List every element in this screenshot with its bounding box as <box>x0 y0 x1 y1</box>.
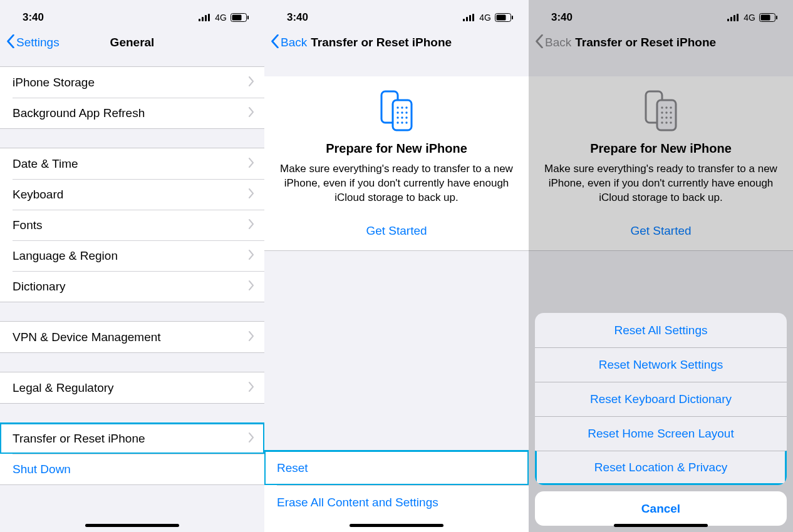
svg-rect-5 <box>232 15 242 21</box>
row-keyboard[interactable]: Keyboard <box>0 179 264 210</box>
nav-bar: Settings General <box>0 28 264 58</box>
sheet-label: Reset Keyboard Dictionary <box>590 392 732 406</box>
svg-rect-7 <box>463 19 465 21</box>
back-label: Back <box>281 36 307 49</box>
prepare-card: Prepare for New iPhone Make sure everyth… <box>264 76 529 251</box>
home-indicator[interactable] <box>85 524 179 527</box>
row-label: Date & Time <box>13 157 78 171</box>
status-time: 3:40 <box>23 11 44 24</box>
row-language-region[interactable]: Language & Region <box>0 240 264 271</box>
row-erase-all[interactable]: Erase All Content and Settings <box>264 485 529 519</box>
screen-transfer-reset: 3:40 4G Back Transfer or Reset iPhone <box>264 0 529 532</box>
row-label: Language & Region <box>13 249 118 263</box>
row-iphone-storage[interactable]: iPhone Storage <box>0 67 264 98</box>
back-label: Settings <box>16 36 60 49</box>
chevron-right-icon <box>249 218 254 232</box>
list-section-general: Date & Time Keyboard Fonts Language & Re… <box>0 148 264 302</box>
svg-rect-15 <box>393 100 412 130</box>
svg-point-21 <box>405 111 407 113</box>
row-dictionary[interactable]: Dictionary <box>0 271 264 302</box>
battery-icon <box>231 13 249 22</box>
svg-point-17 <box>401 106 403 108</box>
cellular-signal-icon <box>463 14 475 21</box>
nav-title: General <box>110 36 155 49</box>
row-vpn-device-management[interactable]: VPN & Device Management <box>0 322 264 352</box>
chevron-right-icon <box>249 330 254 344</box>
back-button[interactable]: Settings <box>6 34 60 51</box>
svg-point-19 <box>397 111 398 113</box>
status-bar: 3:40 4G <box>0 0 264 28</box>
svg-point-16 <box>397 106 398 108</box>
row-background-app-refresh[interactable]: Background App Refresh <box>0 98 264 128</box>
chevron-right-icon <box>249 432 254 446</box>
svg-point-24 <box>405 116 407 118</box>
nav-bar: Back Transfer or Reset iPhone <box>264 28 529 58</box>
svg-point-20 <box>401 111 403 113</box>
status-right: 4G <box>199 13 249 23</box>
home-indicator[interactable] <box>350 524 443 527</box>
list-section-storage: iPhone Storage Background App Refresh <box>0 66 264 129</box>
chevron-right-icon <box>249 381 254 395</box>
sheet-cancel-button[interactable]: Cancel <box>535 491 787 526</box>
row-fonts[interactable]: Fonts <box>0 210 264 240</box>
svg-point-23 <box>401 116 403 118</box>
sheet-reset-network-settings[interactable]: Reset Network Settings <box>535 347 787 382</box>
row-date-time[interactable]: Date & Time <box>0 148 264 179</box>
action-sheet: Reset All Settings Reset Network Setting… <box>535 313 787 526</box>
row-label: iPhone Storage <box>13 76 95 90</box>
svg-rect-12 <box>497 15 506 21</box>
sheet-reset-home-screen-layout[interactable]: Reset Home Screen Layout <box>535 416 787 451</box>
back-button[interactable]: Back <box>271 34 307 51</box>
prepare-phones-icon <box>279 89 514 133</box>
svg-point-27 <box>405 121 407 123</box>
svg-rect-6 <box>247 16 249 19</box>
chevron-right-icon <box>249 188 254 202</box>
row-label: Shut Down <box>13 463 71 476</box>
chevron-left-icon <box>6 34 15 51</box>
status-bar: 3:40 4G <box>264 0 529 28</box>
row-label: Background App Refresh <box>13 106 145 120</box>
bottom-actions: Reset Erase All Content and Settings <box>264 450 529 532</box>
sheet-reset-location-privacy[interactable]: Reset Location & Privacy <box>535 451 787 485</box>
svg-rect-10 <box>472 14 474 21</box>
sheet-reset-keyboard-dictionary[interactable]: Reset Keyboard Dictionary <box>535 382 787 416</box>
svg-point-25 <box>397 121 398 123</box>
chevron-right-icon <box>249 280 254 294</box>
network-label: 4G <box>215 13 227 23</box>
row-shut-down[interactable]: Shut Down <box>0 454 264 484</box>
row-label: Erase All Content and Settings <box>277 496 438 509</box>
svg-rect-1 <box>202 17 204 21</box>
sheet-label: Reset Home Screen Layout <box>588 427 733 441</box>
get-started-button[interactable]: Get Started <box>279 224 514 238</box>
sheet-label: Reset All Settings <box>614 324 708 337</box>
home-indicator[interactable] <box>614 524 708 527</box>
svg-point-22 <box>397 116 398 118</box>
row-transfer-or-reset[interactable]: Transfer or Reset iPhone <box>0 423 264 454</box>
svg-point-18 <box>405 106 407 108</box>
row-reset[interactable]: Reset <box>264 451 529 485</box>
row-label: VPN & Device Management <box>13 330 161 344</box>
network-label: 4G <box>479 13 491 23</box>
row-label: Keyboard <box>13 188 63 202</box>
chevron-right-icon <box>249 157 254 171</box>
svg-rect-8 <box>466 17 468 21</box>
svg-rect-2 <box>205 15 207 21</box>
list-section-reset: Transfer or Reset iPhone Shut Down <box>0 422 264 485</box>
sheet-reset-all-settings[interactable]: Reset All Settings <box>535 313 787 347</box>
row-label: Transfer or Reset iPhone <box>13 432 145 446</box>
chevron-right-icon <box>249 249 254 263</box>
svg-rect-9 <box>469 15 471 21</box>
svg-point-26 <box>401 121 403 123</box>
sheet-label: Reset Location & Privacy <box>594 461 727 474</box>
chevron-right-icon <box>249 106 254 120</box>
row-label: Reset <box>277 461 308 475</box>
status-time: 3:40 <box>287 11 308 24</box>
row-label: Legal & Regulatory <box>13 381 114 395</box>
cancel-label: Cancel <box>641 502 680 516</box>
svg-rect-0 <box>199 19 200 21</box>
svg-rect-13 <box>512 16 513 19</box>
screen-general: 3:40 4G Settings General iPhone Storage … <box>0 0 264 532</box>
chevron-right-icon <box>249 76 254 90</box>
cellular-signal-icon <box>199 14 211 21</box>
row-legal-regulatory[interactable]: Legal & Regulatory <box>0 372 264 403</box>
